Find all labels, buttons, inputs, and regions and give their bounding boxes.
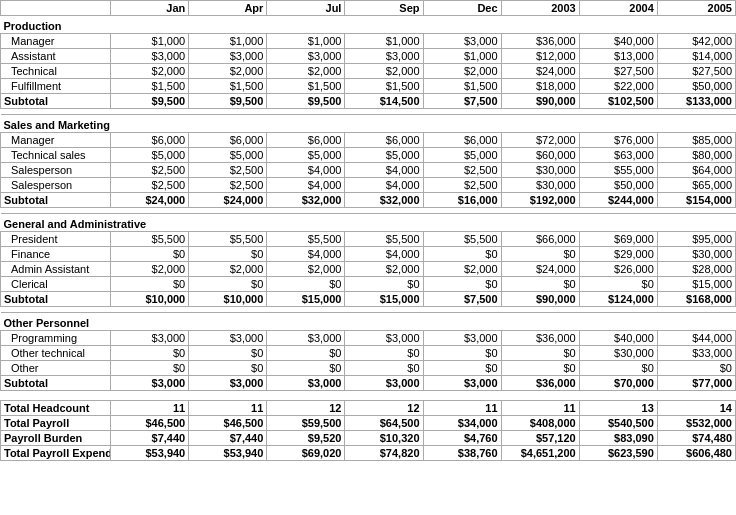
row-value: $15,000	[267, 292, 345, 307]
row-value: $9,520	[267, 431, 345, 446]
row-label: Manager	[1, 34, 111, 49]
row-value: $0	[423, 346, 501, 361]
row-value: $0	[345, 277, 423, 292]
row-value: $3,000	[111, 49, 189, 64]
row-value: $3,000	[111, 376, 189, 391]
row-value: $77,000	[657, 376, 735, 391]
row-value: $3,000	[189, 331, 267, 346]
row-value: $14,500	[345, 94, 423, 109]
row-value: $5,500	[189, 232, 267, 247]
row-value: $55,000	[579, 163, 657, 178]
row-value: $14,000	[657, 49, 735, 64]
row-value: $2,500	[111, 178, 189, 193]
row-label: Other technical	[1, 346, 111, 361]
row-label: Total Payroll	[1, 416, 111, 431]
row-value: $69,020	[267, 446, 345, 461]
table-row: Total Payroll Expenditures$53,940$53,940…	[1, 446, 736, 461]
row-value: $57,120	[501, 431, 579, 446]
row-value: $0	[423, 247, 501, 262]
row-value: $2,000	[111, 64, 189, 79]
row-value: $36,000	[501, 376, 579, 391]
row-value: $0	[345, 361, 423, 376]
table-row: Payroll Burden$7,440$7,440$9,520$10,320$…	[1, 431, 736, 446]
row-value: $30,000	[501, 163, 579, 178]
column-header-Jul: Jul	[267, 1, 345, 16]
row-label: Subtotal	[1, 193, 111, 208]
row-value: $0	[657, 361, 735, 376]
row-value: $623,590	[579, 446, 657, 461]
section-title: Other Personnel	[1, 313, 736, 331]
row-value: $95,000	[657, 232, 735, 247]
row-value: $63,000	[579, 148, 657, 163]
row-value: $74,480	[657, 431, 735, 446]
column-header-2005: 2005	[657, 1, 735, 16]
table-row: Technical$2,000$2,000$2,000$2,000$2,000$…	[1, 64, 736, 79]
row-value: $133,000	[657, 94, 735, 109]
row-value: $2,500	[423, 163, 501, 178]
table-row: President$5,500$5,500$5,500$5,500$5,500$…	[1, 232, 736, 247]
table-row: Subtotal$3,000$3,000$3,000$3,000$3,000$3…	[1, 376, 736, 391]
row-value: $1,000	[345, 34, 423, 49]
table-row: Manager$1,000$1,000$1,000$1,000$3,000$36…	[1, 34, 736, 49]
row-value: 12	[267, 401, 345, 416]
row-value: $0	[423, 277, 501, 292]
row-value: $4,000	[345, 178, 423, 193]
column-header-Dec: Dec	[423, 1, 501, 16]
table-row: Clerical$0$0$0$0$0$0$0$15,000	[1, 277, 736, 292]
row-value: $27,500	[579, 64, 657, 79]
row-value: $3,000	[189, 376, 267, 391]
row-value: $65,000	[657, 178, 735, 193]
row-value: $5,500	[423, 232, 501, 247]
column-header-Apr: Apr	[189, 1, 267, 16]
row-value: $12,000	[501, 49, 579, 64]
table-row: Subtotal$24,000$24,000$32,000$32,000$16,…	[1, 193, 736, 208]
row-value: $33,000	[657, 346, 735, 361]
totals-spacer	[1, 391, 736, 401]
row-value: $2,000	[267, 64, 345, 79]
row-value: $32,000	[345, 193, 423, 208]
row-value: $90,000	[501, 292, 579, 307]
row-label: Payroll Burden	[1, 431, 111, 446]
row-value: $6,000	[189, 133, 267, 148]
row-value: $4,651,200	[501, 446, 579, 461]
row-label: President	[1, 232, 111, 247]
row-value: $0	[345, 346, 423, 361]
table-row: Salesperson$2,500$2,500$4,000$4,000$2,50…	[1, 178, 736, 193]
row-label: Technical sales	[1, 148, 111, 163]
row-value: $70,000	[579, 376, 657, 391]
row-value: 11	[501, 401, 579, 416]
row-value: $0	[501, 346, 579, 361]
row-value: $3,000	[345, 49, 423, 64]
row-value: $3,000	[111, 331, 189, 346]
row-value: $5,000	[111, 148, 189, 163]
section-title: Sales and Marketing	[1, 115, 736, 133]
row-value: $3,000	[267, 376, 345, 391]
row-value: $24,000	[189, 193, 267, 208]
row-value: $1,000	[267, 34, 345, 49]
row-value: $30,000	[657, 247, 735, 262]
row-value: $6,000	[345, 133, 423, 148]
section-title: Production	[1, 16, 736, 34]
row-value: $80,000	[657, 148, 735, 163]
row-value: $4,000	[267, 247, 345, 262]
row-value: $16,000	[423, 193, 501, 208]
column-header-Jan: Jan	[111, 1, 189, 16]
table-row: Salesperson$2,500$2,500$4,000$4,000$2,50…	[1, 163, 736, 178]
row-value: $27,500	[657, 64, 735, 79]
row-value: $6,000	[267, 133, 345, 148]
section-header-row: Other Personnel	[1, 313, 736, 331]
row-value: $2,000	[423, 64, 501, 79]
row-value: $64,000	[657, 163, 735, 178]
row-label: Assistant	[1, 49, 111, 64]
row-label: Salesperson	[1, 163, 111, 178]
row-label: Subtotal	[1, 94, 111, 109]
row-value: $4,000	[267, 163, 345, 178]
row-value: $10,000	[189, 292, 267, 307]
row-value: $5,000	[189, 148, 267, 163]
row-value: 11	[111, 401, 189, 416]
table-row: Total Payroll$46,500$46,500$59,500$64,50…	[1, 416, 736, 431]
row-value: $46,500	[189, 416, 267, 431]
table-row: Manager$6,000$6,000$6,000$6,000$6,000$72…	[1, 133, 736, 148]
row-value: $36,000	[501, 34, 579, 49]
row-value: $64,500	[345, 416, 423, 431]
